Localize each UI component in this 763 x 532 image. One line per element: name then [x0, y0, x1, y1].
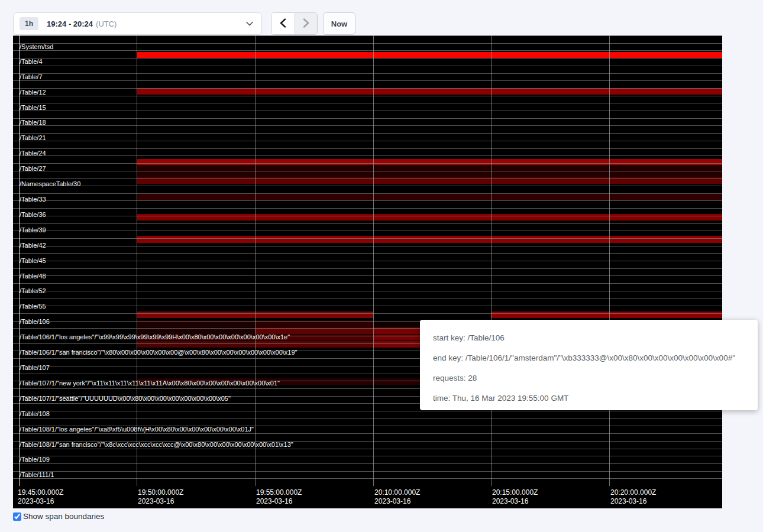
heat-band [255, 194, 373, 200]
show-span-boundaries-checkbox[interactable] [13, 512, 21, 521]
span-boundary-line [13, 163, 722, 164]
time-gridline [255, 35, 256, 486]
span-boundary-line [13, 291, 722, 291]
now-button[interactable]: Now [323, 12, 355, 35]
next-time-button[interactable] [295, 13, 318, 34]
heat-band [373, 159, 491, 165]
chevron-right-icon [303, 18, 309, 30]
range-text: 19:24 - 20:24 [47, 20, 93, 28]
row-key-label: /Table/111/1 [20, 471, 54, 479]
heat-band [255, 159, 373, 165]
x-axis-tick: 19:55:00.000Z2023-03-16 [256, 488, 302, 506]
time-nav-group [271, 12, 318, 35]
row-key-label: /Table/24 [20, 150, 46, 157]
span-boundary-line [13, 66, 722, 66]
span-boundary-line [13, 111, 722, 111]
span-boundary-line [13, 306, 722, 306]
time-range-selector[interactable]: 1h 19:24 - 20:24 (UTC) [13, 12, 262, 35]
row-key-label: /Table/107/1/"seattle"/"UUUUUUD\x00\x80\… [20, 395, 231, 403]
span-boundary-line [13, 133, 722, 134]
heat-band [491, 52, 609, 58]
span-boundary-line [13, 155, 722, 156]
span-boundary-line [13, 80, 722, 81]
x-axis-tick: 19:45:00.000Z2023-03-16 [18, 488, 63, 506]
span-boundary-line [13, 471, 722, 472]
span-boundary-line [13, 238, 722, 239]
heat-band [609, 194, 722, 200]
span-boundary-line [13, 178, 722, 179]
span-boundary-line [13, 449, 722, 449]
heat-band [255, 236, 373, 243]
heat-band [609, 214, 722, 220]
heat-band [609, 236, 722, 243]
show-span-boundaries-label: Show span boundaries [23, 512, 104, 521]
heat-band [373, 88, 491, 95]
heat-band [137, 159, 255, 165]
span-boundary-line [13, 299, 722, 299]
x-axis-tick: 20:10:00.000Z2023-03-16 [374, 488, 420, 506]
span-boundary-line [13, 283, 722, 284]
row-key-label: /NamespaceTable/30 [20, 180, 80, 188]
heat-band [255, 312, 373, 318]
row-key-label: /Table/18 [20, 119, 46, 126]
heat-band [255, 214, 373, 220]
row-key-label: /Table/42 [20, 242, 46, 249]
heat-band [609, 88, 722, 95]
span-boundary-line [13, 231, 722, 231]
row-key-label: /Table/21 [20, 134, 46, 142]
span-boundary-line [13, 88, 722, 89]
x-axis-tick: 19:50:00.000Z2023-03-16 [138, 488, 183, 506]
span-boundary-line [13, 246, 722, 246]
span-boundary-line [13, 261, 722, 261]
heatmap-grid[interactable]: /System/tsd/Table/4/Table/7/Table/12/Tab… [13, 35, 722, 486]
row-key-label: /Table/108/1/"los angeles"/"\xa8\xf5\u00… [20, 426, 254, 433]
time-gridline [491, 35, 492, 486]
range-timezone: (UTC) [96, 20, 117, 28]
span-boundary-line [13, 96, 722, 96]
row-key-label: /Table/107/1/"new york"/"\x11\x11\x11\x1… [20, 379, 280, 387]
row-key-label: /Table/48 [20, 273, 46, 280]
prev-time-button[interactable] [271, 13, 295, 34]
row-key-label: /Table/106/1/"san francisco"/"\x80\x00\x… [20, 349, 298, 356]
row-key-label: /Table/45 [20, 257, 46, 265]
span-boundary-line [13, 118, 722, 119]
span-boundary-line [13, 200, 722, 201]
heat-band [137, 236, 255, 243]
tooltip-end-key: end key: /Table/106/1/"amsterdam"/"\xb33… [433, 348, 746, 368]
heat-band [255, 341, 373, 348]
span-boundary-line [13, 148, 722, 149]
span-boundary-line [13, 35, 722, 36]
heat-band [491, 236, 609, 243]
heat-band [491, 194, 609, 200]
span-boundary-line [13, 193, 722, 194]
span-boundary-line [13, 125, 722, 126]
span-boundary-line [13, 411, 722, 411]
chevron-left-icon [280, 18, 286, 30]
heat-band [137, 194, 255, 200]
span-boundary-line [13, 478, 722, 479]
span-boundary-line [13, 186, 722, 186]
heat-band [491, 159, 609, 165]
span-boundary-line [13, 50, 722, 51]
row-key-label: /Table/7 [20, 73, 43, 81]
heat-band [137, 341, 255, 348]
heat-band [137, 214, 255, 220]
span-boundary-line [13, 58, 722, 59]
span-boundary-line [13, 141, 722, 141]
span-boundary-line [13, 103, 722, 103]
key-visualizer-panel: /System/tsd/Table/4/Table/7/Table/12/Tab… [13, 35, 722, 508]
span-boundary-line [13, 223, 722, 224]
heat-band [491, 88, 609, 95]
heat-band [255, 88, 373, 95]
tooltip-time: time: Thu, 16 Mar 2023 19:55:00 GMT [433, 388, 746, 408]
span-boundary-line [13, 313, 722, 314]
range-duration-badge: 1h [20, 17, 38, 30]
span-boundary-line [13, 216, 722, 216]
chevron-down-icon [246, 21, 253, 26]
row-key-label: /Table/55 [20, 303, 46, 310]
heat-band [373, 52, 491, 58]
heat-band [137, 88, 255, 95]
row-key-label: /Table/108/1/"san francisco"/"\x8c\xcc\x… [20, 441, 293, 449]
span-boundary-line [13, 463, 722, 464]
row-key-label: /Table/39 [20, 226, 46, 234]
